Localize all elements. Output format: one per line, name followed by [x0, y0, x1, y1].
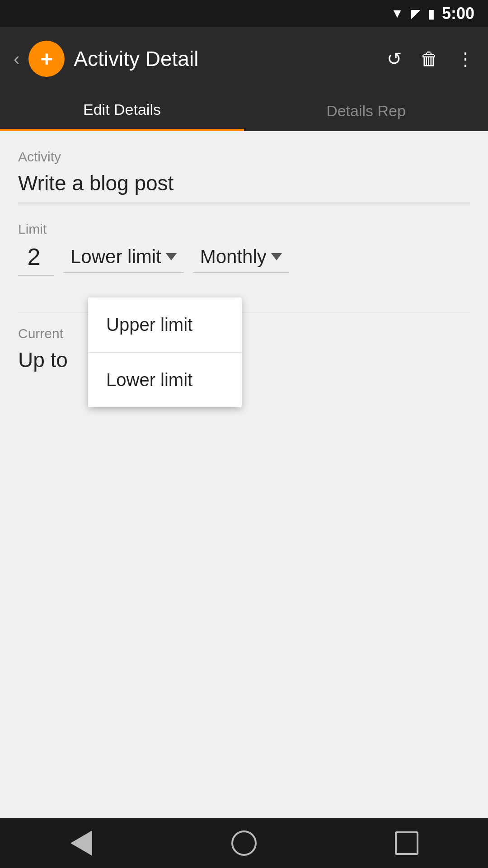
activity-value: Write a blog post: [18, 171, 470, 203]
activity-label: Activity: [18, 149, 470, 165]
dropdown-item-upper-limit[interactable]: Upper limit: [88, 297, 242, 353]
app-bar-actions: ↺ 🗑 ⋮: [387, 48, 474, 69]
limit-number[interactable]: 2: [18, 243, 54, 276]
nav-back-button[interactable]: [63, 825, 99, 861]
current-section: Current Up to: [18, 312, 470, 372]
limit-label: Limit: [18, 222, 470, 237]
recent-square-icon: [395, 831, 418, 855]
limit-type-dropdown[interactable]: Lower limit: [63, 246, 184, 273]
undo-button[interactable]: ↺: [387, 48, 402, 69]
app-bar: ‹ + Activity Detail ↺ 🗑 ⋮: [0, 27, 488, 90]
tab-bar: Edit Details Details Rep: [0, 90, 488, 131]
app-title: Activity Detail: [74, 47, 378, 71]
wifi-icon: ▼: [391, 6, 404, 21]
tab-edit-details[interactable]: Edit Details: [0, 90, 244, 131]
back-triangle-icon: [70, 830, 92, 856]
limit-type-dropdown-menu: Upper limit Lower limit: [88, 297, 242, 407]
delete-button[interactable]: 🗑: [420, 49, 438, 69]
status-time: 5:00: [442, 4, 474, 23]
nav-recent-button[interactable]: [389, 825, 425, 861]
nav-home-button[interactable]: [226, 825, 262, 861]
limit-period-dropdown[interactable]: Monthly: [193, 246, 289, 273]
app-icon-plus: +: [40, 47, 53, 71]
current-label: Current: [18, 312, 470, 341]
limit-type-arrow-icon: [166, 253, 177, 260]
limit-period-text: Monthly: [200, 246, 267, 268]
status-bar: ▼ ◤ ▮ 5:00: [0, 0, 488, 27]
limit-section: Limit 2 Lower limit Monthly Upper limit …: [18, 222, 470, 276]
current-value: Up to: [18, 348, 470, 372]
more-options-button[interactable]: ⋮: [456, 48, 474, 69]
bottom-nav: [0, 818, 488, 868]
content-area: Activity Write a blog post Limit 2 Lower…: [0, 131, 488, 408]
back-arrow-icon[interactable]: ‹: [14, 49, 19, 69]
activity-section: Activity Write a blog post: [18, 149, 470, 203]
tab-details-rep[interactable]: Details Rep: [244, 90, 488, 131]
signal-icon: ◤: [411, 6, 421, 21]
battery-icon: ▮: [428, 6, 435, 21]
status-icons: ▼ ◤ ▮ 5:00: [391, 4, 474, 23]
home-circle-icon: [231, 830, 257, 856]
app-icon: +: [28, 41, 65, 77]
dropdown-item-lower-limit[interactable]: Lower limit: [88, 353, 242, 407]
limit-row: 2 Lower limit Monthly Upper limit Lower …: [18, 243, 470, 276]
limit-type-text: Lower limit: [70, 246, 161, 268]
limit-period-arrow-icon: [271, 253, 282, 260]
